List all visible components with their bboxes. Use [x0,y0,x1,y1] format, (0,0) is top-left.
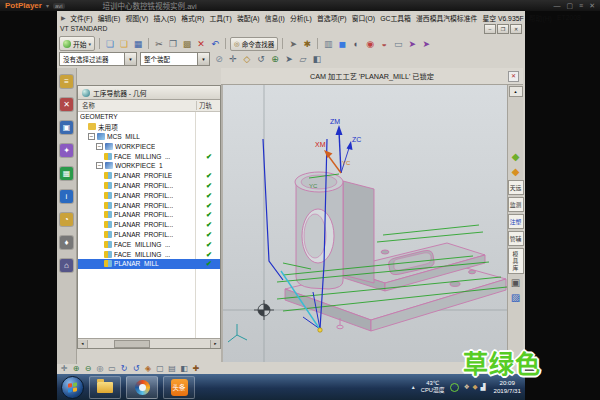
menu-item-星空 V6.935F[interactable]: 星空 V6.935F [480,13,526,23]
menu-item-漫西模具汽模标准件[interactable]: 漫西模具汽模标准件 [413,13,479,23]
navigator-row-PLANAR_MILL[interactable]: PLANAR_MILL✔ [78,259,220,269]
player-minimize-button[interactable]: — [553,0,560,11]
assembly-scope-combo[interactable]: 整个装配 ▼ [140,52,210,66]
player-close-button[interactable]: ✕ [589,0,595,11]
command-finder-button[interactable]: ◎命令查找器 [230,37,278,51]
zoom-icon[interactable]: ⊕ [269,53,281,66]
plane-icon[interactable]: ▱ [297,53,309,66]
menu-item-分析(L)[interactable]: 分析(L) [287,13,314,23]
roles-icon[interactable]: ⌂ [60,259,73,272]
shade-view-icon[interactable]: ▤ [167,364,177,374]
wireframe-icon[interactable]: ▢ [155,364,165,374]
snap-point-icon[interactable]: ✛ [227,53,239,66]
antivirus-tray-icon[interactable] [450,383,459,392]
scroll-up-icon[interactable]: ▲ [509,86,523,97]
delete-icon[interactable]: ✕ [195,37,207,50]
taskbar-orange-app-button[interactable]: 头条 [163,376,195,399]
restore-view-icon[interactable]: ↺ [131,364,141,374]
render-style-icon[interactable]: ◐ [350,37,362,50]
undo-icon[interactable]: ↶ [209,37,221,50]
nx-restore-button[interactable]: ❐ [497,24,509,34]
plugin-tab-tianyuan[interactable]: 天远 [508,180,524,195]
capture-icon[interactable]: ▣ [509,276,522,289]
tree-expander-icon[interactable]: − [96,143,103,150]
navigator-row-PLANAR_PROFIL...[interactable]: PLANAR_PROFIL...✔ [78,181,220,191]
part-navigator-icon[interactable]: ▣ [60,121,73,134]
menu-item-装配(A)[interactable]: 装配(A) [234,13,262,23]
snapshot-icon[interactable]: ◈ [143,364,153,374]
navigator-row-WORKPIECE[interactable]: −WORKPIECE [78,141,220,151]
menu-item-工具(T)[interactable]: 工具(T) [207,13,234,23]
rect-zoom-icon[interactable]: ▭ [107,364,117,374]
scroll-right-icon[interactable]: ▸ [210,340,220,348]
navigator-row-PLANAR_PROFIL...[interactable]: PLANAR_PROFIL...✔ [78,190,220,200]
zoom-in-icon[interactable]: ⊕ [71,364,81,374]
cylinder-render-icon[interactable]: ◒ [378,37,390,50]
copy-icon[interactable]: ❐ [167,37,179,50]
navigator-row-PLANAR_PROFIL...[interactable]: PLANAR_PROFIL...✔ [78,210,220,220]
navigator-row-WORKPIECE_1[interactable]: −WORKPIECE_1 [78,161,220,171]
assembly-navigator-icon[interactable]: ≡ [60,75,73,88]
plugin-tab-mujuku[interactable]: 模具库 [508,248,524,274]
graphics-viewport[interactable]: ZM XM ZC YC YC [223,85,523,362]
plugin-tab-guanfu[interactable]: 管辅 [508,231,524,246]
selection-filter-combo[interactable]: 没有选择过滤器 ▼ [59,52,137,66]
player-maximize-button[interactable]: ▢ [566,0,573,11]
shaded-cube-icon[interactable]: ◼ [336,37,348,50]
navigator-row-未用项[interactable]: 未用项 [78,122,220,132]
constraint-navigator-icon[interactable]: ✕ [60,98,73,111]
player-logo-caret-icon[interactable]: ▾ [46,2,49,9]
navigator-row-PLANAR_PROFIL...[interactable]: PLANAR_PROFIL...✔ [78,230,220,240]
navigator-row-FACE_MILLING_...[interactable]: FACE_MILLING_...✔ [78,249,220,259]
navigator-hscrollbar[interactable]: ◂ ▸ [78,338,220,348]
orange-diamond-icon[interactable]: ◆ [509,165,522,178]
filter-reset-icon[interactable]: ⊘ [213,53,225,66]
taskbar-nx-button[interactable] [126,376,158,399]
web-browser-icon[interactable]: i [60,190,73,203]
open-file-icon[interactable]: ❏ [118,37,130,50]
navigator-row-FACE_MILLING_...[interactable]: FACE_MILLING_...✔ [78,151,220,161]
plugin-tab-jiance[interactable]: 监测 [508,197,524,212]
menu-item-帮助(H)[interactable]: 帮助(H) [526,13,554,23]
pan-view-icon[interactable]: ✛ [59,364,69,374]
navigator-row-GEOMETRY[interactable]: GEOMETRY [78,112,220,122]
menu-item-文件(F)[interactable]: 文件(F) [68,13,95,23]
half-shade-view-icon[interactable]: ◧ [179,364,189,374]
orient-view2-icon[interactable]: ➤ [420,37,432,50]
navigator-row-FACE_MILLING_...[interactable]: FACE_MILLING_...✔ [78,239,220,249]
navigator-titlebar[interactable]: 工序导航器 - 几何 [78,86,220,100]
tree-expander-icon[interactable]: − [88,133,95,140]
green-diamond-icon[interactable]: ◆ [509,150,522,163]
menu-item-插入(S)[interactable]: 插入(S) [151,13,179,23]
audio-tray-icon[interactable]: ◆ [472,383,477,391]
rotate-view-icon[interactable]: ↺ [255,53,267,66]
menu-item-GC工具箱[interactable]: GC工具箱 [378,13,414,23]
hd3d-tool-icon[interactable]: ▦ [60,167,73,180]
menu-item-视图(V)[interactable]: 视图(V) [123,13,151,23]
scroll-left-icon[interactable]: ◂ [78,340,88,348]
nx-minimize-button[interactable]: – [484,24,496,34]
toolpath-column-header[interactable]: 刀轨 [196,101,220,110]
player-menu-button[interactable]: ≡ [579,0,583,11]
history-icon[interactable]: ◔ [60,213,73,226]
taskbar-clock[interactable]: 20:09 2019/7/31 [493,379,521,395]
more-views-icon[interactable]: ✚ [191,364,201,374]
blue-app-icon[interactable]: ▨ [509,291,522,304]
navigator-row-PLANAR_PROFIL...[interactable]: PLANAR_PROFIL...✔ [78,220,220,230]
message-dismiss-icon[interactable]: ✕ [508,71,519,82]
player-titlebar[interactable]: PotPlayer ▾ avi 培训中心数控铣视频实例.avi —▢≡✕ [0,0,600,11]
midpoint-snap-icon[interactable]: ◇ [241,53,253,66]
half-shade-icon[interactable]: ◧ [311,53,323,66]
tree-expander-icon[interactable]: − [96,162,103,169]
taskbar-explorer-button[interactable] [89,376,121,399]
menu-item-窗口(O)[interactable]: 窗口(O) [349,13,378,23]
navigator-row-PLANAR_PROFIL...[interactable]: PLANAR_PROFIL...✔ [78,200,220,210]
rotate-view-icon[interactable]: ↻ [119,364,129,374]
save-icon[interactable]: ▦ [132,37,144,50]
usb-tray-icon[interactable]: ❖ [464,383,470,391]
tray-expand-icon[interactable]: ▲ [411,384,416,390]
nx-close-button[interactable]: ✕ [510,24,522,34]
rect-bounds-icon[interactable]: ▭ [392,37,404,50]
zoom-out-icon[interactable]: ⊖ [83,364,93,374]
paste-icon[interactable]: ▩ [181,37,193,50]
